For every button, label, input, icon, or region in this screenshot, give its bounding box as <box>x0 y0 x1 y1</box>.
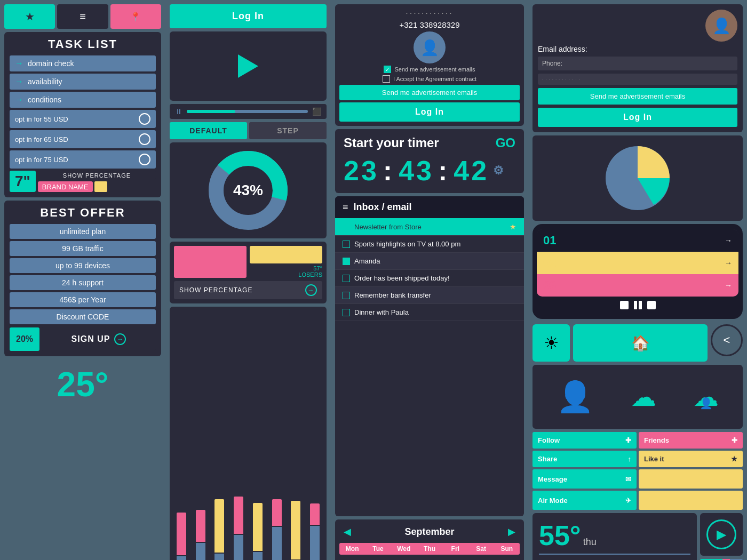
accept-checkbox-row[interactable]: I Accept the Agreement contract <box>383 75 476 83</box>
task-item-availability[interactable]: → availability <box>10 74 156 90</box>
cal-cell[interactable]: 30 <box>417 557 442 560</box>
inbox-text: Sports highlights on TV at 8.00 pm <box>354 240 516 248</box>
checkbox-checked[interactable] <box>343 223 350 230</box>
bar-3 <box>211 499 228 560</box>
offer-devices: up to 99 devices <box>10 258 156 273</box>
checkbox-unchecked[interactable] <box>383 75 390 83</box>
login-button[interactable]: Log In <box>339 102 520 122</box>
login-button[interactable]: Log In <box>170 4 327 28</box>
message-button[interactable]: Message ✉ <box>533 469 637 489</box>
circle-arrow-icon[interactable]: → <box>305 284 317 296</box>
weather-temperature: 55° <box>539 519 581 551</box>
phone-row-1: 01 → <box>537 229 738 252</box>
checkbox-unchecked[interactable] <box>343 275 350 282</box>
cal-cell[interactable]: 3 <box>495 557 520 560</box>
bar-5 <box>249 503 266 560</box>
inbox-card: ≡ Inbox / email Newsletter from Store ★ … <box>335 196 524 516</box>
temperature-display: 25° <box>4 359 161 410</box>
colon-separator: : <box>383 155 394 187</box>
air-mode-button[interactable]: Air Mode ✈ <box>533 491 637 510</box>
offer-traffic: 99 GB traffic <box>10 241 156 256</box>
task-item-domain[interactable]: → domain check <box>10 55 156 71</box>
social-top-row: ☀ 🏠 < <box>533 324 743 362</box>
circle-arrow-icon: → <box>114 333 126 345</box>
go-button[interactable]: GO <box>496 135 515 150</box>
timer-minutes: 43 <box>399 155 434 187</box>
chevron-left-icon: < <box>724 333 730 347</box>
cal-cell[interactable]: 29 <box>391 557 416 560</box>
checkbox-unchecked[interactable] <box>343 309 350 316</box>
stop-button[interactable] <box>620 301 629 309</box>
inbox-item-amanda[interactable]: Amanda <box>335 253 524 270</box>
play-button[interactable] <box>647 301 656 309</box>
inbox-text: Dinner with Paula <box>354 308 516 316</box>
like-button[interactable]: Like it ★ <box>639 451 743 467</box>
pause-icon[interactable]: ⏸ <box>175 107 182 116</box>
star-nav-btn[interactable]: ★ <box>4 4 55 29</box>
friends-button[interactable]: Friends ✚ <box>639 432 743 449</box>
pin-nav-btn[interactable]: 📍 <box>110 4 161 29</box>
password-dots: ············ <box>406 9 453 18</box>
size-brand-row: 7" SHOW PERCENTAGE BRAND NAME <box>10 171 156 192</box>
radio-label: opt in for 55 USD <box>15 115 68 123</box>
radio-item-65[interactable]: opt in for 65 USD <box>10 130 156 148</box>
follow-button[interactable]: Follow ✚ <box>533 432 637 449</box>
password-field[interactable]: ············ <box>538 74 737 85</box>
bottom-section: 55° thu sunny ATLANTA ▶ ⚙ <box>533 513 743 560</box>
checkbox-unchecked[interactable] <box>343 241 350 248</box>
cal-cell[interactable]: 2 <box>469 557 494 560</box>
stop-icon[interactable]: ⬛ <box>312 107 321 116</box>
arrow-icon: → <box>15 95 23 105</box>
offer-unlimited: unlimited plan <box>10 224 156 239</box>
arrow-icon: → <box>725 236 732 245</box>
inbox-item-sports[interactable]: Sports highlights on TV at 8.00 pm <box>335 236 524 253</box>
inbox-item-newsletter[interactable]: Newsletter from Store ★ <box>335 218 524 236</box>
offer-price: 456$ per Year <box>10 292 156 307</box>
radio-label: opt in for 75 USD <box>15 156 68 164</box>
video-card[interactable] <box>170 31 327 101</box>
menu-nav-btn[interactable]: ≡ <box>57 4 108 29</box>
calendar-month: September <box>355 526 504 538</box>
day-sat: Sat <box>468 545 494 553</box>
bar-chart <box>170 307 327 560</box>
pause-button[interactable] <box>634 301 642 309</box>
adv-checkbox-row[interactable]: ✓ Send me advertisement emails <box>384 66 475 73</box>
radio-item-55[interactable]: opt in for 55 USD <box>10 110 156 128</box>
play-icon[interactable] <box>238 54 258 78</box>
back-button[interactable]: < <box>711 324 743 356</box>
tab-default[interactable]: DEFAULT <box>170 122 247 139</box>
sun-icon-box[interactable]: ☀ <box>533 324 570 362</box>
inbox-item-bank[interactable]: Remember bank transfer <box>335 287 524 304</box>
checkbox-checked[interactable]: ✓ <box>384 66 391 73</box>
login-button[interactable]: Log In <box>538 108 737 127</box>
prev-month-button[interactable]: ◀ <box>339 524 355 540</box>
cal-cell[interactable]: 1 <box>443 557 468 560</box>
email-form-card: 👤 Email address: Phone: ············ Sen… <box>533 4 743 132</box>
share-button[interactable]: Share ↑ <box>533 451 637 467</box>
star-icon: ★ <box>510 222 516 231</box>
cal-cell[interactable]: 28 <box>365 557 391 560</box>
task-item-conditions[interactable]: → conditions <box>10 92 156 108</box>
day-wed: Wed <box>391 545 417 553</box>
radio-circle[interactable] <box>139 154 150 165</box>
next-month-button[interactable]: ▶ <box>504 524 520 540</box>
radio-circle[interactable] <box>139 133 150 145</box>
signup-button[interactable]: SIGN UP → <box>42 327 156 351</box>
checkbox-checked[interactable] <box>343 258 350 265</box>
inbox-item-order[interactable]: Order has been shipped today! <box>335 270 524 287</box>
radio-item-75[interactable]: opt in for 75 USD <box>10 150 156 169</box>
brand-name-label: BRAND NAME <box>38 181 93 192</box>
checkbox-unchecked[interactable] <box>343 292 350 299</box>
timer-hours: 23 <box>344 155 379 187</box>
house-icon-box[interactable]: 🏠 <box>573 324 708 362</box>
message-icon: ✉ <box>625 475 631 483</box>
tab-step[interactable]: STEP <box>249 122 327 139</box>
cal-cell[interactable]: 27 <box>339 557 364 560</box>
next-button[interactable]: ▶ <box>706 519 736 549</box>
settings-icon[interactable]: ⚙ <box>493 164 506 178</box>
send-adv-button[interactable]: Send me advertisement emails <box>339 85 520 100</box>
inbox-item-dinner[interactable]: Dinner with Paula <box>335 304 524 321</box>
send-adv-button[interactable]: Send me advertisement emails <box>538 88 737 105</box>
house-icon: 🏠 <box>631 334 650 352</box>
radio-circle[interactable] <box>139 113 150 125</box>
